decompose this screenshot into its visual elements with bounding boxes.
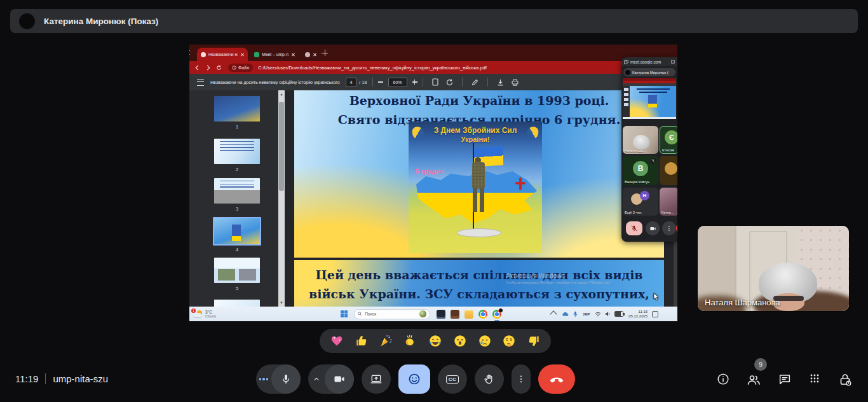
taskbar-search-box[interactable]: Поиск <box>354 309 430 319</box>
reaction-thumbs-up[interactable] <box>354 333 369 349</box>
participant-initial: Н <box>640 191 649 200</box>
reaction-crying-face[interactable] <box>477 333 492 349</box>
reload-icon[interactable] <box>216 65 222 71</box>
app-photos-icon[interactable] <box>437 310 445 319</box>
notification-center-icon[interactable] <box>652 311 658 317</box>
smiley-icon <box>407 372 421 386</box>
audio-level-indicator[interactable] <box>256 378 271 380</box>
participant-overflow-tile[interactable]: Н Ещё 3 чел. <box>623 188 658 216</box>
pip-camera-button[interactable] <box>646 221 660 235</box>
pdf-menu-icon[interactable] <box>197 79 204 86</box>
pip-more-options-button[interactable] <box>662 221 676 235</box>
more-options-button[interactable] <box>512 364 531 394</box>
volume-icon[interactable] <box>605 311 611 317</box>
thumbnail-slide-5[interactable] <box>214 258 260 283</box>
divider <box>372 78 373 87</box>
tray-mic-icon[interactable] <box>573 311 578 317</box>
zoom-out-icon[interactable] <box>378 81 383 82</box>
windows-start-button[interactable] <box>341 310 348 317</box>
tab-meet[interactable]: Meet – ump-nita-szu <box>250 48 299 61</box>
presenter-banner: Катерина Миронюк (Показ) <box>10 9 858 33</box>
taskbar-clock[interactable]: 11:15 05.12.2025 <box>628 310 648 319</box>
reaction-sparkling-heart[interactable] <box>329 333 344 349</box>
onedrive-cloud-icon[interactable] <box>562 312 569 317</box>
camera-icon <box>333 373 346 385</box>
participant-video-tile[interactable]: Наталя Шарманова <box>698 226 849 311</box>
thumb-text-lines <box>220 141 255 151</box>
forward-icon[interactable] <box>205 65 211 71</box>
pdf-page-input[interactable]: 4 <box>346 78 356 87</box>
leave-call-button[interactable] <box>538 364 575 394</box>
raise-hand-button[interactable] <box>475 364 504 394</box>
tab-close-icon[interactable] <box>240 53 244 57</box>
sidebar-scrollbar-thumb[interactable] <box>279 102 284 191</box>
reaction-clapping-hands[interactable] <box>403 333 418 349</box>
reactions-button-active[interactable] <box>398 364 430 394</box>
activities-button[interactable] <box>808 372 821 385</box>
chrome-icon[interactable] <box>478 310 487 319</box>
tab-pdf[interactable]: Незважаючи на досить невел... <box>197 48 248 61</box>
tray-expand-icon[interactable] <box>550 310 557 317</box>
window-icon <box>624 60 628 64</box>
poster-title-line1: З Днем Збройних Сил <box>409 126 542 135</box>
chat-button[interactable] <box>778 372 792 386</box>
reactions-bar <box>320 329 551 353</box>
file-scheme-chip[interactable]: Файл <box>228 64 253 72</box>
scroll-down-icon[interactable]: ▼ <box>279 300 284 305</box>
camera-options-chevron[interactable] <box>308 374 325 384</box>
thumbnail-slide-6[interactable] <box>214 300 260 307</box>
url-text[interactable]: C:/Users/user/Downloads/Незважаючи_на_до… <box>258 65 531 71</box>
app-box-icon[interactable] <box>451 310 459 319</box>
zoom-in-icon[interactable] <box>412 80 417 85</box>
scroll-up-icon[interactable]: ▲ <box>279 92 284 97</box>
people-button[interactable] <box>745 372 762 387</box>
wifi-icon[interactable] <box>595 312 601 317</box>
soldier-leg-shape <box>480 188 484 212</box>
participant-tile[interactable] <box>660 156 677 185</box>
tab-close-icon[interactable] <box>313 53 316 57</box>
reaction-thinking-face[interactable] <box>501 333 517 349</box>
reaction-party-popper[interactable] <box>379 333 394 349</box>
file-explorer-icon[interactable] <box>465 310 473 319</box>
download-icon[interactable] <box>497 79 504 86</box>
meeting-details-button[interactable] <box>716 372 730 386</box>
participant-tile[interactable]: Наталя Ша... <box>623 126 658 154</box>
pip-leave-call-button[interactable] <box>676 221 677 235</box>
back-icon[interactable] <box>194 65 200 71</box>
annotate-pen-icon[interactable] <box>471 79 478 86</box>
search-icon <box>358 312 362 316</box>
weather-widget[interactable]: 1 3°C Cloudy <box>193 310 216 318</box>
tab-small[interactable] <box>301 48 316 61</box>
thumbnail-slide-4-selected[interactable] <box>213 217 261 246</box>
hand-icon <box>483 373 496 385</box>
participant-tile[interactable]: Катер... <box>660 188 677 216</box>
pdf-toolbar: Незважаючи на досить невелику офіційну і… <box>189 74 677 90</box>
reaction-open-mouth-face[interactable] <box>452 333 468 349</box>
present-button[interactable] <box>362 364 391 394</box>
pip-shared-screen-preview[interactable] <box>623 78 676 119</box>
participant-name: Валерія Ковтун <box>625 180 649 184</box>
chrome-active-icon[interactable] <box>492 310 501 319</box>
participant-tile[interactable]: Є Єлисав <box>660 126 677 154</box>
captions-button[interactable]: CC <box>438 364 467 394</box>
fit-page-icon[interactable] <box>432 78 438 86</box>
meet-pip-window[interactable]: meet.google.com Катерина Миронюк ( Натал… <box>621 57 677 242</box>
tab-close-icon[interactable] <box>291 53 295 57</box>
reaction-joy-face[interactable] <box>428 333 443 349</box>
pip-restore-icon[interactable] <box>671 60 675 64</box>
mic-icon <box>280 373 292 385</box>
reaction-thumbs-down[interactable] <box>526 333 541 349</box>
camera-button[interactable] <box>325 364 354 394</box>
language-indicator[interactable]: УКР <box>583 312 590 316</box>
print-icon[interactable] <box>512 79 519 86</box>
mic-button[interactable] <box>271 364 301 394</box>
participant-tile[interactable]: В Валерія Ковтун <box>623 156 658 185</box>
pdf-zoom-level[interactable]: 60% <box>388 78 407 87</box>
thumbnail-slide-2[interactable] <box>214 139 260 164</box>
battery-icon[interactable] <box>614 311 623 317</box>
rotate-icon[interactable] <box>446 79 453 86</box>
thumbnail-slide-1[interactable] <box>214 96 260 121</box>
pip-mic-muted-button[interactable] <box>626 221 642 235</box>
host-controls-button[interactable] <box>837 372 853 387</box>
thumbnail-slide-3[interactable] <box>214 178 260 204</box>
